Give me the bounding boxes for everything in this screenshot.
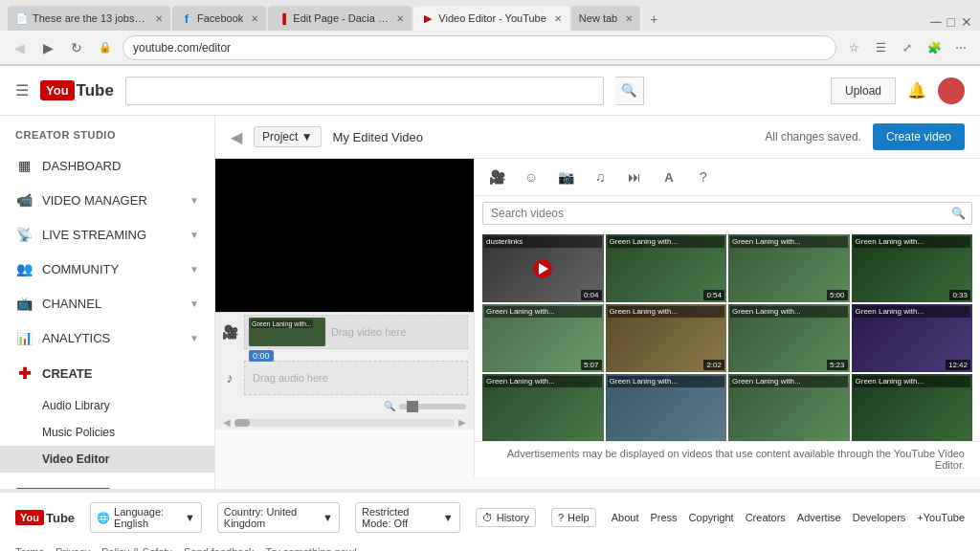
tab-2-label: Facebook xyxy=(197,12,243,24)
video-thumb-3[interactable]: Green Laning with... 5:00 xyxy=(728,234,850,302)
sidebar-subitem-audio-library[interactable]: Audio Library xyxy=(0,392,214,419)
video-thumb-6[interactable]: Green Laning with... 2:02 xyxy=(606,304,727,372)
hamburger-menu[interactable]: ☰ xyxy=(15,81,29,99)
extensions-icon[interactable]: 🧩 xyxy=(923,36,946,59)
zoom-handle[interactable] xyxy=(407,401,418,412)
scroll-handle[interactable] xyxy=(234,419,250,427)
tab-1[interactable]: 📄 These are the 13 jobs in Lor ✕ xyxy=(8,6,170,31)
video-thumb-12[interactable]: Green Laning with... xyxy=(852,374,973,441)
sidebar-label-community: COMMUNITY xyxy=(42,262,119,276)
create-video-button[interactable]: Create video xyxy=(873,123,965,150)
transition-tool-button[interactable]: ⏭ xyxy=(622,165,647,189)
sidebar-item-create[interactable]: ✚ CREATE xyxy=(0,355,214,392)
video-thumb-5[interactable]: Green Laning with... 5:07 xyxy=(482,304,604,372)
footer-link-youtube-plus[interactable]: +YouTube xyxy=(917,512,965,523)
project-dropdown[interactable]: Project ▼ xyxy=(254,126,322,147)
video-thumb-10[interactable]: Green Laning with... xyxy=(606,374,727,441)
sidebar-label-create: CREATE xyxy=(42,366,92,381)
restricted-mode-dropdown[interactable]: Restricted Mode: Off ▼ xyxy=(355,502,460,533)
search-input[interactable] xyxy=(125,77,604,105)
photo-tool-button[interactable]: 📷 xyxy=(553,165,578,189)
sidebar-item-video-manager[interactable]: 📹 VIDEO MANAGER ▼ xyxy=(0,183,214,217)
footer-terms[interactable]: Terms xyxy=(15,546,44,551)
footer-try-something[interactable]: Try something new! xyxy=(265,546,357,551)
footer-link-creators[interactable]: Creators xyxy=(746,512,786,523)
language-dropdown[interactable]: 🌐 Language: English ▼ xyxy=(90,502,202,533)
thumb-title-5: Green Laning with... xyxy=(484,306,602,318)
tab-4[interactable]: ▶ Video Editor - YouTube ✕ xyxy=(413,6,569,31)
tab-2[interactable]: f Facebook ✕ xyxy=(172,6,266,31)
help-button[interactable]: ? Help xyxy=(551,508,596,527)
thumb-title-6: Green Laning with... xyxy=(608,306,725,318)
tab-3-close[interactable]: ✕ xyxy=(396,13,404,24)
notifications-icon[interactable]: 🔔 xyxy=(907,81,926,99)
close-button[interactable]: ✕ xyxy=(961,14,972,30)
footer-link-advertise[interactable]: Advertise xyxy=(797,512,841,523)
sidebar-item-community[interactable]: 👥 COMMUNITY ▼ xyxy=(0,252,214,286)
back-nav-button[interactable]: ◀ xyxy=(8,36,31,59)
footer-privacy[interactable]: Privacy xyxy=(56,546,90,551)
footer-policy-safety[interactable]: Policy & Safety xyxy=(101,546,172,551)
send-feedback-button[interactable]: Send feedback xyxy=(15,488,111,489)
editor-back-button[interactable]: ◀ xyxy=(231,128,242,146)
more-icon[interactable]: ⋯ xyxy=(949,36,972,59)
new-tab-button[interactable]: + xyxy=(642,8,665,31)
footer-logo[interactable]: You Tube xyxy=(15,510,75,525)
reload-button[interactable]: ↻ xyxy=(65,36,88,59)
video-thumb-2[interactable]: Green Laning with... 0:54 xyxy=(606,234,727,302)
tab-3[interactable]: ▐ Edit Page - Dacia Duster Ex ✕ xyxy=(268,6,412,31)
search-videos-input[interactable] xyxy=(483,203,946,224)
sidebar-subitem-music-policies[interactable]: Music Policies xyxy=(0,419,214,446)
emoji-tool-button[interactable]: ☺ xyxy=(519,165,544,189)
editor-panel: 🎥 ☺ 📷 ♫ ⏭ A ? 🔍 xyxy=(474,159,980,476)
video-thumb-9[interactable]: Green Laning with... xyxy=(482,374,604,441)
video-thumb-8[interactable]: Green Laning with... 12:42 xyxy=(852,304,973,372)
thumb-duration-7: 5:23 xyxy=(827,360,848,370)
video-tool-button[interactable]: 🎥 xyxy=(484,165,509,189)
search-button[interactable]: 🔍 xyxy=(615,77,644,105)
footer-link-copyright[interactable]: Copyright xyxy=(689,512,734,523)
video-manager-icon: 📹 xyxy=(15,192,33,208)
zoom-icon[interactable]: ⤢ xyxy=(896,36,919,59)
video-thumb-7[interactable]: Green Laning with... 5:23 xyxy=(728,304,850,372)
scroll-track[interactable] xyxy=(234,419,455,427)
sidebar-item-analytics[interactable]: 📊 ANALYTICS ▼ xyxy=(0,320,214,355)
country-dropdown[interactable]: Country: United Kingdom ▼ xyxy=(217,502,340,533)
upload-button[interactable]: Upload xyxy=(831,77,896,104)
music-tool-button[interactable]: ♫ xyxy=(588,165,612,189)
editor-preview: 🎥 Green Laning with... Drag video here 0… xyxy=(215,159,474,476)
tab-5[interactable]: New tab ✕ xyxy=(571,6,640,31)
help-tool-button[interactable]: ? xyxy=(691,165,716,189)
tab-1-close[interactable]: ✕ xyxy=(155,13,163,24)
footer-link-about[interactable]: About xyxy=(612,512,639,523)
video-track-icon: 🎥 xyxy=(215,324,244,340)
sidebar-subitem-video-editor[interactable]: Video Editor xyxy=(0,446,214,473)
video-thumb-11[interactable]: Green Laning with... xyxy=(728,374,850,441)
minimize-button[interactable]: ─ xyxy=(930,13,941,31)
tab-4-close[interactable]: ✕ xyxy=(554,13,562,24)
video-thumb-1[interactable]: dusterlinks 0:04 xyxy=(482,234,604,302)
forward-nav-button[interactable]: ▶ xyxy=(36,36,59,59)
footer-send-feedback[interactable]: Send feedback xyxy=(184,546,254,551)
tab-2-close[interactable]: ✕ xyxy=(251,13,258,24)
footer-link-developers[interactable]: Developers xyxy=(853,512,906,523)
yt-logo[interactable]: You Tube xyxy=(40,80,114,100)
sidebar-item-live-streaming[interactable]: 📡 LIVE STREAMING ▼ xyxy=(0,217,214,252)
sidebar-item-channel[interactable]: 📺 CHANNEL ▼ xyxy=(0,286,214,320)
project-title-input[interactable] xyxy=(333,130,739,144)
bookmark-icon[interactable]: ☆ xyxy=(842,36,865,59)
address-input[interactable] xyxy=(122,35,836,60)
thumb-title-8: Green Laning with... xyxy=(854,306,971,318)
tab-5-close[interactable]: ✕ xyxy=(625,13,633,24)
video-thumb-4[interactable]: Green Laning with... 0:33 xyxy=(852,234,973,302)
footer-link-press[interactable]: Press xyxy=(650,512,677,523)
tab-1-label: These are the 13 jobs in Lor xyxy=(33,12,147,24)
user-avatar[interactable] xyxy=(938,77,965,104)
maximize-button[interactable]: □ xyxy=(947,14,955,30)
language-label: Language: English xyxy=(114,506,181,529)
history-button[interactable]: ⏱ History xyxy=(476,508,536,527)
sidebar-item-dashboard[interactable]: ▦ DASHBOARD xyxy=(0,148,214,183)
settings-icon[interactable]: ☰ xyxy=(869,36,892,59)
footer-logo-icon: You xyxy=(15,510,44,525)
text-tool-button[interactable]: A xyxy=(657,165,681,189)
